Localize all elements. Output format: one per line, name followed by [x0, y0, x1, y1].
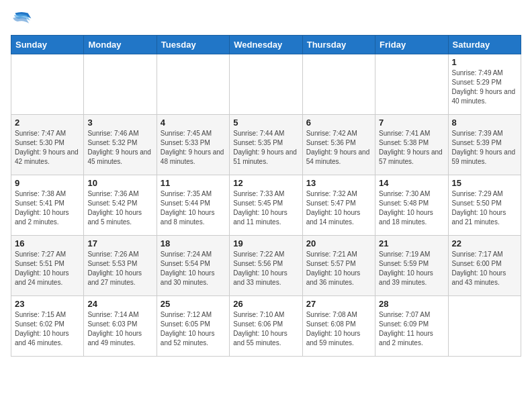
day-number: 20	[306, 238, 371, 248]
day-number: 24	[87, 299, 152, 309]
day-number: 28	[379, 299, 444, 309]
day-info: Sunrise: 7:10 AM Sunset: 6:06 PM Dayligh…	[233, 310, 298, 348]
calendar-cell: 15Sunrise: 7:29 AM Sunset: 5:50 PM Dayli…	[448, 175, 521, 236]
day-number: 23	[15, 299, 80, 309]
day-info: Sunrise: 7:30 AM Sunset: 5:48 PM Dayligh…	[379, 189, 444, 227]
day-info: Sunrise: 7:22 AM Sunset: 5:56 PM Dayligh…	[233, 250, 298, 287]
calendar-cell: 5Sunrise: 7:44 AM Sunset: 5:35 PM Daylig…	[230, 115, 302, 175]
calendar-cell: 20Sunrise: 7:21 AM Sunset: 5:57 PM Dayli…	[302, 236, 375, 296]
calendar-cell: 8Sunrise: 7:39 AM Sunset: 5:39 PM Daylig…	[448, 115, 521, 175]
day-info: Sunrise: 7:08 AM Sunset: 6:08 PM Dayligh…	[306, 310, 371, 348]
day-info: Sunrise: 7:47 AM Sunset: 5:30 PM Dayligh…	[15, 129, 80, 167]
day-info: Sunrise: 7:29 AM Sunset: 5:50 PM Dayligh…	[452, 189, 517, 227]
calendar-cell: 6Sunrise: 7:42 AM Sunset: 5:36 PM Daylig…	[302, 115, 375, 175]
calendar-cell: 7Sunrise: 7:41 AM Sunset: 5:38 PM Daylig…	[375, 115, 448, 175]
day-number: 21	[379, 238, 444, 248]
day-number: 15	[452, 178, 517, 188]
calendar-cell: 2Sunrise: 7:47 AM Sunset: 5:30 PM Daylig…	[11, 115, 84, 175]
day-number: 3	[87, 118, 152, 128]
day-number: 11	[161, 178, 226, 188]
day-of-week-header: Thursday	[302, 36, 375, 54]
calendar-week-row: 9Sunrise: 7:38 AM Sunset: 5:41 PM Daylig…	[11, 175, 521, 236]
day-info: Sunrise: 7:46 AM Sunset: 5:32 PM Dayligh…	[87, 129, 152, 167]
calendar-cell: 13Sunrise: 7:32 AM Sunset: 5:47 PM Dayli…	[302, 175, 375, 236]
day-info: Sunrise: 7:35 AM Sunset: 5:44 PM Dayligh…	[161, 189, 226, 227]
day-of-week-header: Saturday	[448, 36, 521, 54]
day-info: Sunrise: 7:38 AM Sunset: 5:41 PM Dayligh…	[15, 189, 80, 227]
day-number: 10	[87, 178, 152, 188]
calendar-cell: 23Sunrise: 7:15 AM Sunset: 6:02 PM Dayli…	[11, 296, 84, 357]
calendar-cell: 3Sunrise: 7:46 AM Sunset: 5:32 PM Daylig…	[84, 115, 157, 175]
day-info: Sunrise: 7:41 AM Sunset: 5:38 PM Dayligh…	[379, 129, 444, 167]
day-info: Sunrise: 7:26 AM Sunset: 5:53 PM Dayligh…	[87, 250, 152, 287]
calendar-cell: 11Sunrise: 7:35 AM Sunset: 5:44 PM Dayli…	[157, 175, 229, 236]
logo	[11, 11, 35, 30]
calendar-cell: 22Sunrise: 7:17 AM Sunset: 6:00 PM Dayli…	[448, 236, 521, 296]
day-info: Sunrise: 7:44 AM Sunset: 5:35 PM Dayligh…	[233, 129, 298, 167]
calendar-cell	[84, 54, 157, 115]
day-number: 16	[15, 238, 80, 248]
day-number: 14	[379, 178, 444, 188]
day-number: 7	[379, 118, 444, 128]
calendar-cell	[230, 54, 302, 115]
day-number: 19	[233, 238, 298, 248]
day-info: Sunrise: 7:19 AM Sunset: 5:59 PM Dayligh…	[379, 250, 444, 287]
calendar-cell: 19Sunrise: 7:22 AM Sunset: 5:56 PM Dayli…	[230, 236, 302, 296]
day-of-week-header: Sunday	[11, 36, 84, 54]
calendar-cell: 18Sunrise: 7:24 AM Sunset: 5:54 PM Dayli…	[157, 236, 229, 296]
day-number: 26	[233, 299, 298, 309]
day-info: Sunrise: 7:12 AM Sunset: 6:05 PM Dayligh…	[161, 310, 226, 348]
day-number: 4	[161, 118, 226, 128]
calendar-cell	[448, 296, 521, 357]
day-info: Sunrise: 7:42 AM Sunset: 5:36 PM Dayligh…	[306, 129, 371, 167]
day-number: 13	[306, 178, 371, 188]
calendar-cell: 10Sunrise: 7:36 AM Sunset: 5:42 PM Dayli…	[84, 175, 157, 236]
day-info: Sunrise: 7:21 AM Sunset: 5:57 PM Dayligh…	[306, 250, 371, 287]
day-number: 8	[452, 118, 517, 128]
day-info: Sunrise: 7:36 AM Sunset: 5:42 PM Dayligh…	[87, 189, 152, 227]
calendar-cell: 12Sunrise: 7:33 AM Sunset: 5:45 PM Dayli…	[230, 175, 302, 236]
day-info: Sunrise: 7:14 AM Sunset: 6:03 PM Dayligh…	[87, 310, 152, 348]
day-number: 18	[161, 238, 226, 248]
calendar-cell: 26Sunrise: 7:10 AM Sunset: 6:06 PM Dayli…	[230, 296, 302, 357]
calendar-cell: 9Sunrise: 7:38 AM Sunset: 5:41 PM Daylig…	[11, 175, 84, 236]
day-number: 1	[452, 57, 517, 67]
day-info: Sunrise: 7:49 AM Sunset: 5:29 PM Dayligh…	[452, 68, 517, 106]
calendar-cell: 21Sunrise: 7:19 AM Sunset: 5:59 PM Dayli…	[375, 236, 448, 296]
day-info: Sunrise: 7:45 AM Sunset: 5:33 PM Dayligh…	[161, 129, 226, 167]
logo-icon	[11, 11, 32, 30]
calendar-week-row: 1Sunrise: 7:49 AM Sunset: 5:29 PM Daylig…	[11, 54, 521, 115]
day-info: Sunrise: 7:15 AM Sunset: 6:02 PM Dayligh…	[15, 310, 80, 348]
calendar-cell: 17Sunrise: 7:26 AM Sunset: 5:53 PM Dayli…	[84, 236, 157, 296]
calendar-cell: 1Sunrise: 7:49 AM Sunset: 5:29 PM Daylig…	[448, 54, 521, 115]
calendar-cell	[302, 54, 375, 115]
calendar-cell: 24Sunrise: 7:14 AM Sunset: 6:03 PM Dayli…	[84, 296, 157, 357]
day-info: Sunrise: 7:27 AM Sunset: 5:51 PM Dayligh…	[15, 250, 80, 287]
calendar-cell	[375, 54, 448, 115]
day-info: Sunrise: 7:17 AM Sunset: 6:00 PM Dayligh…	[452, 250, 517, 287]
day-number: 5	[233, 118, 298, 128]
calendar-header-row: SundayMondayTuesdayWednesdayThursdayFrid…	[11, 36, 521, 54]
day-number: 12	[233, 178, 298, 188]
calendar-cell: 14Sunrise: 7:30 AM Sunset: 5:48 PM Dayli…	[375, 175, 448, 236]
day-number: 27	[306, 299, 371, 309]
day-info: Sunrise: 7:32 AM Sunset: 5:47 PM Dayligh…	[306, 189, 371, 227]
calendar-week-row: 23Sunrise: 7:15 AM Sunset: 6:02 PM Dayli…	[11, 296, 521, 357]
calendar-cell: 4Sunrise: 7:45 AM Sunset: 5:33 PM Daylig…	[157, 115, 229, 175]
calendar-cell	[157, 54, 229, 115]
calendar-cell: 16Sunrise: 7:27 AM Sunset: 5:51 PM Dayli…	[11, 236, 84, 296]
day-number: 25	[161, 299, 226, 309]
day-info: Sunrise: 7:07 AM Sunset: 6:09 PM Dayligh…	[379, 310, 444, 348]
calendar-table: SundayMondayTuesdayWednesdayThursdayFrid…	[11, 35, 521, 357]
day-number: 17	[87, 238, 152, 248]
day-number: 2	[15, 118, 80, 128]
day-of-week-header: Wednesday	[230, 36, 302, 54]
calendar-week-row: 16Sunrise: 7:27 AM Sunset: 5:51 PM Dayli…	[11, 236, 521, 296]
day-info: Sunrise: 7:39 AM Sunset: 5:39 PM Dayligh…	[452, 129, 517, 167]
day-number: 22	[452, 238, 517, 248]
calendar-cell	[11, 54, 84, 115]
day-number: 6	[306, 118, 371, 128]
day-number: 9	[15, 178, 80, 188]
calendar-week-row: 2Sunrise: 7:47 AM Sunset: 5:30 PM Daylig…	[11, 115, 521, 175]
day-of-week-header: Monday	[84, 36, 157, 54]
